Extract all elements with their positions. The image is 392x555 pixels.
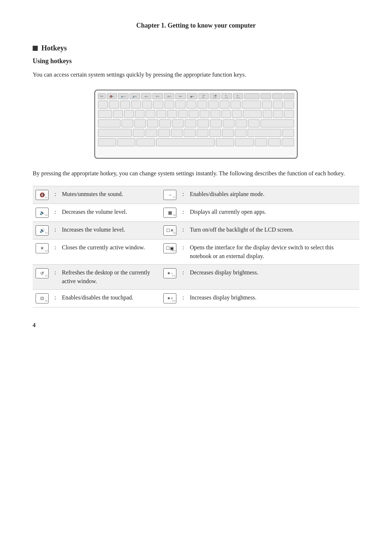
hotkey-icon-left: ↺F5: [33, 264, 52, 289]
colon-left: :: [52, 239, 59, 264]
colon-right: :: [179, 204, 187, 221]
colon-right: :: [179, 264, 187, 289]
section-heading: Hotkeys: [33, 44, 359, 52]
hotkey-desc-left: Increases the volume level.: [59, 221, 153, 239]
column-divider: [153, 289, 160, 307]
colon-right: :: [179, 221, 187, 239]
hotkey-icon-right: →F7: [160, 186, 179, 204]
subsection-title: Using hotkeys: [33, 57, 359, 65]
column-divider: [153, 221, 160, 239]
colon-right: :: [179, 239, 187, 264]
hotkey-icon-right: ✶−F11: [160, 264, 179, 289]
hotkey-desc-left: Closes the currently active window.: [59, 239, 153, 264]
column-divider: [153, 264, 160, 289]
hotkey-desc-right: Turn on/off the backlight of the LCD scr…: [187, 221, 359, 239]
hotkey-desc-left: Enables/disables the touchpad.: [59, 289, 153, 307]
hotkey-desc-left: Decreases the volume level.: [59, 204, 153, 221]
hotkey-icon-right: ☐✕F9: [160, 221, 179, 239]
hotkey-icon-left: 🔉F2: [33, 204, 52, 221]
hotkey-icon-left: 🔇F1: [33, 186, 52, 204]
intro-text: You can access certain system settings q…: [33, 70, 359, 79]
keyboard-illustration: Esc 🔇F1 🔉F2 🔊F3 ✕F4 ↺F5 ⊡F6 ✈F7 ▦F8 ☐✕F9…: [33, 90, 359, 159]
hotkey-icon-right: ☐▣F10: [160, 239, 179, 264]
colon-right: :: [179, 289, 187, 307]
hotkey-icon-right: ✶+F12: [160, 289, 179, 307]
hotkey-desc-right: Displays all currently open apps.: [187, 204, 359, 221]
hotkey-icon-left: ✕F4: [33, 239, 52, 264]
column-divider: [153, 186, 160, 204]
hotkey-desc-right: Decreases display brightness.: [187, 264, 359, 289]
hotkey-icon-left: 🔊F3: [33, 221, 52, 239]
colon-left: :: [52, 289, 59, 307]
hotkey-desc-left: Mutes/unmutes the sound.: [59, 186, 153, 204]
colon-left: :: [52, 204, 59, 221]
colon-right: :: [179, 186, 187, 204]
column-divider: [153, 239, 160, 264]
section-marker: [33, 46, 38, 51]
chapter-title: Chapter 1. Getting to know your computer: [33, 22, 359, 29]
hotkey-icon-right: ▦F8: [160, 204, 179, 221]
hotkey-desc-left: Refreshes the desktop or the currently a…: [59, 264, 153, 289]
section-title-text: Hotkeys: [41, 44, 67, 52]
hotkey-desc-right: Enables/disables airplane mode.: [187, 186, 359, 204]
colon-left: :: [52, 186, 59, 204]
colon-left: :: [52, 221, 59, 239]
hotkey-table: 🔇F1:Mutes/unmutes the sound.→F7:Enables/…: [33, 186, 359, 307]
hotkey-desc-right: Opens the interface for the display devi…: [187, 239, 359, 264]
keyboard-image: Esc 🔇F1 🔉F2 🔊F3 ✕F4 ↺F5 ⊡F6 ✈F7 ▦F8 ☐✕F9…: [94, 90, 298, 159]
column-divider: [153, 204, 160, 221]
hotkey-desc-right: Increases display brightness.: [187, 289, 359, 307]
page-number: 4: [33, 322, 359, 328]
colon-left: :: [52, 264, 59, 289]
description-text: By pressing the appropriate hotkey, you …: [33, 169, 359, 178]
hotkey-icon-left: ⊡F6: [33, 289, 52, 307]
